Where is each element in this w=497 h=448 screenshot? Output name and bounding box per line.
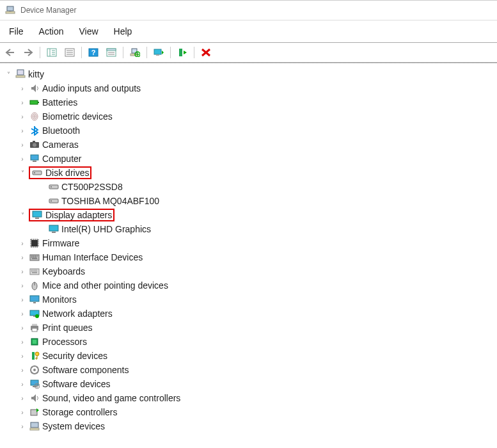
tree-node-label: Batteries — [42, 97, 77, 108]
storage-icon — [29, 407, 40, 417]
toolbar-back-button[interactable] — [3, 45, 18, 60]
svg-rect-19 — [38, 102, 39, 103]
tree-node-sound[interactable]: ›Sound, video and game controllers — [4, 391, 497, 405]
tree-node-monitors[interactable]: ›Monitors — [4, 292, 497, 307]
tree-node-label: Firmware — [42, 238, 79, 248]
menu-action[interactable]: Action — [33, 24, 70, 38]
svg-rect-14 — [156, 54, 159, 56]
chevron-right-icon[interactable]: › — [18, 323, 27, 332]
tree-node-label: Audio inputs and outputs — [42, 83, 141, 93]
toolbar-scan-button[interactable] — [127, 45, 143, 60]
tree-leaf-disk-0[interactable]: CT500P2SSD8 — [4, 180, 497, 194]
tree-node-label: System devices — [42, 421, 105, 431]
toolbar-properties-button[interactable] — [62, 45, 77, 60]
tree-node-security[interactable]: ›Security devices — [4, 349, 497, 363]
svg-point-21 — [33, 114, 36, 119]
svg-rect-25 — [33, 141, 35, 142]
tree-node-label: Disk drives — [45, 168, 89, 178]
chevron-right-icon[interactable]: › — [18, 154, 27, 163]
tree-node-bluetooth[interactable]: ›Bluetooth — [4, 124, 497, 138]
svg-rect-43 — [30, 296, 39, 301]
tree-node-system[interactable]: ›System devices — [4, 419, 497, 433]
svg-rect-26 — [31, 155, 38, 160]
chevron-right-icon[interactable]: › — [18, 140, 27, 149]
svg-rect-49 — [32, 324, 37, 326]
tree-node-mice[interactable]: ›Mice and other pointing devices — [4, 278, 497, 292]
system-icon — [29, 421, 40, 431]
tree-root[interactable]: ˅ kitty — [4, 67, 497, 81]
tree-node-label: Human Interface Devices — [42, 252, 143, 262]
device-tree[interactable]: ˅ kitty ›Audio inputs and outputs›Batter… — [0, 63, 497, 448]
tree-leaf-label: Intel(R) UHD Graphics — [61, 224, 151, 234]
svg-rect-2 — [9, 11, 12, 12]
svg-rect-60 — [31, 410, 37, 415]
camera-icon — [29, 140, 40, 150]
chevron-right-icon[interactable]: › — [18, 112, 27, 121]
menubar: File Action View Help — [0, 20, 497, 42]
svg-rect-0 — [7, 6, 13, 11]
toolbar-uninstall-button[interactable] — [198, 45, 214, 60]
chevron-right-icon[interactable]: › — [18, 309, 27, 318]
toolbar-separator — [123, 47, 123, 58]
tree-node-hid[interactable]: ›Human Interface Devices — [4, 250, 497, 264]
tree-node-batteries[interactable]: ›Batteries — [4, 95, 497, 109]
tree-node-computer[interactable]: ›Computer — [4, 152, 497, 166]
chevron-right-icon[interactable]: › — [18, 267, 27, 276]
svg-rect-52 — [33, 340, 36, 344]
menu-help[interactable]: Help — [107, 24, 139, 38]
svg-point-31 — [51, 186, 52, 188]
toolbar-help-button[interactable]: ? — [86, 45, 101, 60]
chevron-right-icon[interactable]: › — [18, 98, 27, 107]
tree-node-display[interactable]: ˅Display adapters — [4, 208, 497, 222]
chevron-right-icon[interactable]: › — [18, 380, 27, 388]
chevron-down-icon[interactable]: ˅ — [4, 70, 13, 79]
toolbar-separator — [40, 47, 40, 58]
toolbar-update-driver-button[interactable] — [151, 45, 166, 60]
chevron-right-icon[interactable]: › — [18, 337, 27, 346]
tree-node-label: Network adapters — [42, 308, 113, 319]
tree-node-biometric[interactable]: ›Biometric devices — [4, 109, 497, 124]
svg-point-29 — [34, 172, 35, 173]
tree-node-storage[interactable]: ›Storage controllers — [4, 405, 497, 419]
tree-node-processors[interactable]: ›Processors — [4, 335, 497, 349]
tree-leaf-display-0[interactable]: Intel(R) UHD Graphics — [4, 222, 497, 236]
svg-rect-37 — [52, 232, 56, 233]
tree-node-cameras[interactable]: ›Cameras — [4, 138, 497, 152]
menu-view[interactable]: View — [72, 24, 104, 38]
tree-node-network[interactable]: ›Network adapters — [4, 307, 497, 321]
chevron-down-icon[interactable]: ˅ — [18, 211, 27, 220]
chevron-right-icon[interactable]: › — [18, 422, 27, 431]
chevron-right-icon[interactable]: › — [18, 84, 27, 93]
svg-rect-34 — [33, 211, 42, 217]
tree-node-keyboards[interactable]: ›Keyboards — [4, 264, 497, 278]
tree-leaf-disk-1[interactable]: TOSHIBA MQ04ABF100 — [4, 194, 497, 208]
chevron-right-icon[interactable]: › — [18, 365, 27, 374]
toolbar: ? — [0, 43, 497, 62]
chevron-right-icon[interactable]: › — [18, 253, 27, 262]
tree-node-audio[interactable]: ›Audio inputs and outputs — [4, 81, 497, 95]
tree-node-disk[interactable]: ˅Disk drives — [4, 166, 497, 180]
tree-node-swdev[interactable]: ›Software devices — [4, 377, 497, 391]
menu-file[interactable]: File — [3, 24, 30, 38]
fingerprint-icon — [29, 111, 40, 122]
svg-point-54 — [35, 352, 39, 356]
toolbar-forward-button[interactable] — [20, 45, 36, 60]
svg-rect-38 — [31, 240, 38, 246]
chevron-right-icon[interactable]: › — [18, 239, 27, 248]
tree-node-firmware[interactable]: ›Firmware — [4, 236, 497, 250]
tree-node-swcomp[interactable]: ›Software components — [4, 363, 497, 377]
tree-node-print[interactable]: ›Print queues — [4, 321, 497, 335]
chevron-right-icon[interactable]: › — [18, 408, 27, 417]
printer-icon — [29, 323, 40, 333]
chevron-down-icon[interactable]: ˅ — [18, 168, 27, 177]
chevron-right-icon[interactable]: › — [18, 295, 27, 304]
chevron-right-icon[interactable]: › — [18, 394, 27, 403]
tree-leaf-label: TOSHIBA MQ04ABF100 — [61, 196, 159, 206]
toolbar-enable-button[interactable] — [175, 45, 190, 60]
svg-rect-9 — [107, 49, 116, 51]
chevron-right-icon[interactable]: › — [18, 281, 27, 290]
chevron-right-icon[interactable]: › — [18, 126, 27, 135]
chevron-right-icon[interactable]: › — [18, 351, 27, 360]
toolbar-show-hide-button[interactable] — [44, 45, 59, 60]
toolbar-details-button[interactable] — [104, 45, 119, 60]
